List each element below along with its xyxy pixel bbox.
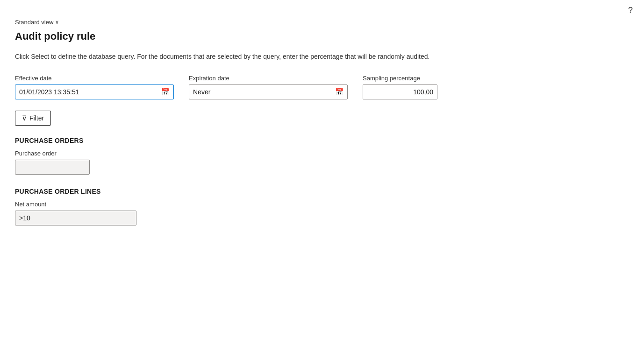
purchase-orders-section: PURCHASE ORDERS Purchase order [15,137,629,175]
help-icon[interactable]: ? [628,6,633,15]
filter-icon: ⊽ [22,114,27,122]
description-text: Click Select to define the database quer… [15,52,623,62]
fields-row: Effective date 📅 Expiration date 📅 Sampl… [15,75,629,99]
view-selector[interactable]: Standard view ∨ [15,19,629,26]
effective-date-input[interactable] [15,84,174,99]
sampling-percentage-group: Sampling percentage [363,75,437,99]
purchase-order-label: Purchase order [15,150,629,157]
purchase-orders-header: PURCHASE ORDERS [15,137,629,144]
expiration-date-input[interactable] [189,84,348,99]
view-selector-label: Standard view [15,19,53,26]
effective-date-wrapper: 📅 [15,84,174,99]
expiration-date-label: Expiration date [189,75,348,82]
page-title: Audit policy rule [15,30,629,42]
purchase-order-input[interactable] [15,160,90,175]
main-content: Standard view ∨ Audit policy rule Click … [0,0,644,253]
filter-button-label: Filter [29,114,44,122]
effective-date-group: Effective date 📅 [15,75,174,99]
net-amount-label: Net amount [15,201,629,208]
purchase-order-lines-header: PURCHASE ORDER LINES [15,188,629,195]
expiration-date-group: Expiration date 📅 [189,75,348,99]
help-icon-container: ? [628,6,633,15]
chevron-down-icon: ∨ [55,19,59,25]
expiration-date-wrapper: 📅 [189,84,348,99]
filter-button[interactable]: ⊽ Filter [15,111,51,126]
effective-date-label: Effective date [15,75,174,82]
purchase-order-lines-section: PURCHASE ORDER LINES Net amount [15,188,629,225]
net-amount-input[interactable] [15,211,136,225]
sampling-percentage-label: Sampling percentage [363,75,437,82]
sampling-percentage-input[interactable] [363,84,437,99]
